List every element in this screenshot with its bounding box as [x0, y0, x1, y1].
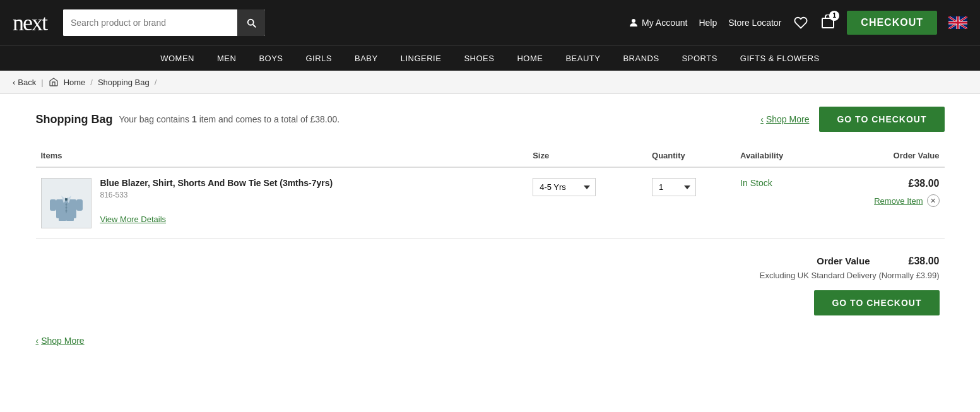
product-image[interactable] — [41, 178, 92, 228]
search-input[interactable] — [63, 9, 237, 36]
quantity-cell: 1 2 3 4 5 — [647, 167, 735, 239]
subtitle-prefix: Your bag contains — [119, 114, 191, 124]
items-table: Items Size Quantity Availability Order V… — [36, 144, 945, 239]
breadcrumb-slash-2: / — [155, 78, 157, 87]
product-info: Blue Blazer, Shirt, Shorts And Bow Tie S… — [100, 178, 333, 224]
help-link[interactable]: Help — [699, 18, 717, 28]
breadcrumb-current: Shopping Bag — [98, 78, 150, 87]
bag-subtitle: Your bag contains 1 item and comes to a … — [119, 114, 339, 124]
nav-baby[interactable]: BABY — [343, 46, 389, 71]
cart-button[interactable]: 1 — [820, 15, 835, 32]
svg-rect-10 — [66, 213, 74, 221]
wishlist-button[interactable] — [793, 15, 809, 31]
nav-girls[interactable]: GIRLS — [295, 46, 344, 71]
svg-point-15 — [65, 207, 67, 209]
nav-home[interactable]: HOME — [505, 46, 554, 71]
shop-more-link-bottom[interactable]: ‹ Shop More — [36, 336, 85, 346]
remove-item-link[interactable]: Remove Item — [874, 196, 923, 206]
product-cell-inner: Blue Blazer, Shirt, Shorts And Bow Tie S… — [41, 178, 523, 228]
bag-title: Shopping Bag — [36, 113, 113, 126]
nav-women[interactable]: WOMEN — [149, 46, 206, 71]
flag-svg — [948, 16, 967, 29]
col-availability: Availability — [735, 144, 822, 167]
breadcrumb-separator: | — [41, 78, 43, 87]
svg-point-8 — [65, 198, 68, 201]
store-locator-link[interactable]: Store Locator — [728, 18, 781, 28]
delivery-note: Excluding UK Standard Delivery (Normally… — [41, 271, 940, 280]
nav-gifts[interactable]: GIFTS & FLOWERS — [729, 46, 831, 71]
product-cell: Blue Blazer, Shirt, Shorts And Bow Tie S… — [36, 167, 528, 239]
breadcrumb-slash-1: / — [90, 78, 93, 87]
nav-lingerie[interactable]: LINGERIE — [389, 46, 453, 71]
main-nav: WOMEN MEN BOYS GIRLS BABY LINGERIE SHOES… — [0, 45, 980, 71]
go-to-checkout-button-top[interactable]: GO TO CHECKOUT — [819, 107, 944, 132]
header-right: My Account Help Store Locator 1 CHECKOUT — [628, 11, 967, 35]
search-icon — [245, 17, 257, 28]
item-count: 1 — [192, 114, 197, 124]
row-order-value: £38.00 — [827, 178, 939, 189]
availability-status: In Stock — [740, 178, 772, 188]
table-header: Items Size Quantity Availability Order V… — [36, 144, 945, 167]
quantity-dropdown[interactable]: 1 2 3 4 5 — [652, 178, 696, 196]
bag-title-area: Shopping Bag Your bag contains 1 item an… — [36, 113, 340, 126]
home-icon[interactable] — [49, 77, 59, 87]
col-order-value: Order Value — [822, 144, 944, 167]
breadcrumb: ‹ Back | Home / Shopping Bag / — [0, 71, 980, 94]
col-items: Items — [36, 144, 528, 167]
checkout-button[interactable]: CHECKOUT — [847, 11, 937, 35]
chevron-left-bottom: ‹ — [36, 336, 39, 346]
header: next My Account Help Store Locator 1 CHE… — [0, 0, 980, 45]
size-cell: 4-5 Yrs 3 mths 6 mths 9 mths 1-2 Yrs 2-3… — [528, 167, 647, 239]
order-summary: Order Value £38.00 Excluding UK Standard… — [36, 245, 945, 326]
nav-brands[interactable]: BRANDS — [611, 46, 670, 71]
svg-rect-12 — [76, 199, 83, 211]
chevron-left-icon: ‹ — [13, 78, 15, 87]
product-image-svg — [45, 182, 88, 225]
size-dropdown[interactable]: 4-5 Yrs 3 mths 6 mths 9 mths 1-2 Yrs 2-3… — [533, 178, 596, 196]
col-size: Size — [528, 144, 647, 167]
heart-icon — [794, 16, 808, 30]
summary-order-value-label: Order Value — [794, 256, 870, 267]
search-button[interactable] — [237, 9, 265, 36]
bag-total: £38.00 — [310, 114, 338, 124]
back-label: Back — [18, 78, 36, 87]
summary-row: Order Value £38.00 — [41, 256, 940, 267]
subtitle-suffix: item and comes to a total of — [197, 114, 310, 124]
svg-point-16 — [65, 210, 67, 212]
go-to-checkout-button-bottom[interactable]: GO TO CHECKOUT — [814, 290, 939, 315]
table-body: Blue Blazer, Shirt, Shorts And Bow Tie S… — [36, 167, 945, 239]
search-bar — [63, 9, 265, 36]
back-button[interactable]: ‹ Back — [13, 78, 36, 87]
bottom-actions: ‹ Shop More — [36, 336, 945, 358]
bag-header: Shopping Bag Your bag contains 1 item an… — [36, 107, 945, 132]
shop-more-label-top: Shop More — [766, 114, 809, 124]
bag-actions: ‹ Shop More GO TO CHECKOUT — [760, 107, 944, 132]
view-details-link[interactable]: View More Details — [100, 215, 333, 224]
remove-area: Remove Item ✕ — [827, 189, 939, 207]
cart-count: 1 — [829, 11, 839, 21]
nav-men[interactable]: MEN — [206, 46, 247, 71]
shop-more-link-top[interactable]: ‹ Shop More — [760, 114, 809, 124]
shop-more-label-bottom: Shop More — [41, 336, 84, 346]
nav-shoes[interactable]: SHOES — [452, 46, 505, 71]
svg-rect-11 — [50, 199, 56, 211]
product-code: 816-533 — [100, 191, 333, 199]
account-icon — [628, 17, 639, 28]
main-content: Shopping Bag Your bag contains 1 item an… — [17, 94, 964, 371]
summary-order-value: £38.00 — [889, 256, 940, 267]
uk-flag-icon[interactable] — [948, 16, 967, 29]
site-logo[interactable]: next — [13, 9, 47, 36]
remove-x-button[interactable]: ✕ — [927, 194, 940, 207]
availability-cell: In Stock — [735, 167, 822, 239]
nav-sports[interactable]: SPORTS — [671, 46, 729, 71]
account-label: My Account — [642, 18, 687, 28]
svg-rect-9 — [59, 213, 66, 221]
nav-boys[interactable]: BOYS — [247, 46, 294, 71]
svg-point-0 — [632, 19, 635, 23]
account-link[interactable]: My Account — [628, 17, 687, 28]
table-row: Blue Blazer, Shirt, Shorts And Bow Tie S… — [36, 167, 945, 239]
breadcrumb-home[interactable]: Home — [64, 78, 86, 87]
nav-beauty[interactable]: BEAUTY — [554, 46, 611, 71]
product-name: Blue Blazer, Shirt, Shorts And Bow Tie S… — [100, 178, 333, 188]
subtitle-end: . — [337, 114, 339, 124]
